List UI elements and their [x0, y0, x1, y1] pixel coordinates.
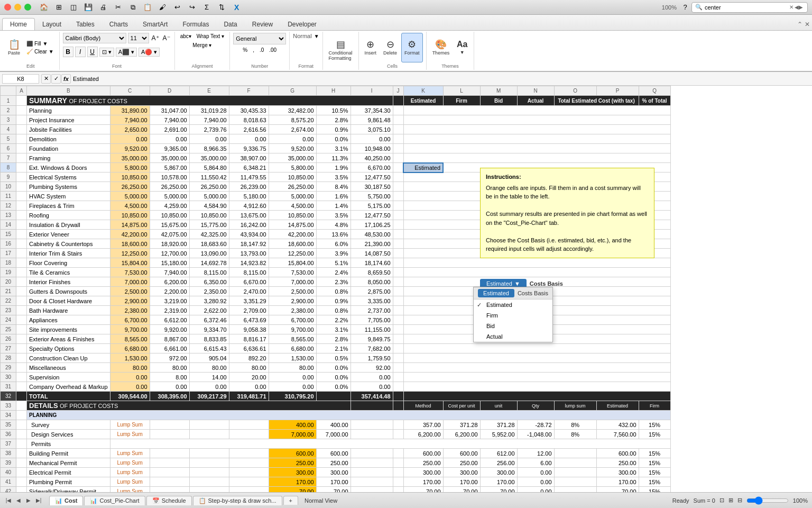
format-dropdown-arrow[interactable]: ▼ [314, 33, 319, 39]
col-D[interactable]: D [150, 86, 189, 96]
normal-view-btn[interactable]: Normal View [304, 497, 337, 504]
paste-button[interactable]: 📋 Paste [5, 33, 23, 62]
dec-increase-btn[interactable]: .00 [267, 47, 279, 53]
confirm-formula-btn[interactable]: ✓ [51, 74, 61, 84]
fill-button[interactable]: ⬛ Fill ▼ [24, 40, 56, 47]
clear-search-icon[interactable]: ✕ [789, 4, 793, 10]
view-pages-icon[interactable]: ⊟ [737, 497, 742, 504]
sort-icon[interactable]: ⇅ [215, 2, 228, 13]
format-cells-btn[interactable]: ⚙ Format [401, 33, 423, 62]
sheet-area[interactable]: A B C D E F G H I J K L M N O P Q [0, 86, 812, 492]
autosum-icon[interactable]: Σ [200, 2, 213, 13]
format-painter-icon[interactable]: 🖌 [156, 2, 169, 13]
col-F[interactable]: F [229, 86, 269, 96]
tab-layout[interactable]: Layout [35, 19, 69, 30]
themes-btn[interactable]: 🎨 Themes [430, 33, 453, 62]
dropdown-option-estimated[interactable]: Estimated [474, 300, 552, 310]
tab-formulas[interactable]: Formulas [175, 19, 216, 30]
search-input[interactable] [705, 4, 789, 11]
prev-sheet-btn[interactable]: ◀ [14, 496, 23, 505]
percent-btn[interactable]: % [241, 47, 250, 53]
col-B[interactable]: B [27, 86, 110, 96]
tab-review[interactable]: Review [245, 19, 280, 30]
grid-icon[interactable]: ⊞ [52, 2, 65, 13]
font-theme-btn[interactable]: Aa ▼ [454, 33, 470, 62]
tab-home[interactable]: Home [2, 18, 35, 30]
conditional-formatting-btn[interactable]: ▤ ConditionalFormatting [326, 33, 355, 68]
close-btn[interactable] [4, 4, 11, 11]
search-nav-right[interactable]: ▶ [799, 4, 803, 10]
redo-icon[interactable]: ↪ [186, 2, 198, 13]
maximize-btn[interactable] [24, 4, 31, 11]
font-shrink-icon[interactable]: A⁻ [162, 33, 171, 43]
cell-reference[interactable] [2, 74, 39, 84]
number-format-select[interactable]: General Number Currency Percentage [233, 33, 286, 44]
dropdown-option-firm[interactable]: Firm [474, 310, 552, 321]
cell-A1[interactable] [16, 96, 27, 106]
tab-data[interactable]: Data [216, 19, 244, 30]
col-G[interactable]: G [269, 86, 316, 96]
tab-smartart[interactable]: SmartArt [135, 19, 175, 30]
view-icon[interactable]: ◫ [67, 2, 80, 13]
wrap-text-btn[interactable]: Wrap Text ▾ [195, 33, 226, 40]
save-icon[interactable]: 💾 [82, 2, 95, 13]
tab-tables[interactable]: Tables [69, 19, 102, 30]
view-normal-icon[interactable]: ⊡ [719, 497, 724, 504]
search-nav-left[interactable]: ◀ [795, 4, 799, 10]
add-sheet-btn[interactable]: + [283, 496, 298, 505]
col-N[interactable]: N [517, 86, 554, 96]
cell-B1[interactable]: SUMMARY OF PROJECT COSTS [27, 96, 393, 106]
cell-M1[interactable]: Bid [480, 96, 517, 106]
cell-Q1[interactable]: % of Total [639, 96, 670, 106]
copy-icon[interactable]: ⧉ [126, 2, 139, 13]
cell-J1[interactable] [393, 96, 403, 106]
cancel-formula-btn[interactable]: ✕ [41, 74, 51, 84]
font-size-select[interactable]: 11 [128, 33, 149, 43]
col-Q[interactable]: Q [639, 86, 670, 96]
clear-button[interactable]: 🧹 Clear ▼ [24, 48, 56, 55]
col-C[interactable]: C [110, 86, 150, 96]
dropdown-confirm-btn[interactable]: Estimated [478, 289, 514, 297]
undo-icon[interactable]: ↩ [171, 2, 183, 13]
dec-decrease-btn[interactable]: .0 [257, 47, 266, 53]
delete-btn[interactable]: ⊖ Delete [381, 33, 400, 62]
align-left-btn[interactable]: abc▾ [178, 33, 193, 40]
last-sheet-btn[interactable]: ▶| [34, 496, 43, 505]
cell-N1[interactable]: Actual [517, 96, 554, 106]
comma-btn[interactable]: , [251, 47, 256, 53]
dropdown-option-bid[interactable]: Bid [474, 321, 552, 331]
col-E[interactable]: E [189, 86, 229, 96]
paste-icon[interactable]: 📋 [141, 2, 154, 13]
cell-O1[interactable]: Total Estimated Cost (with tax) [554, 96, 639, 106]
sheet-tab-stepbystep[interactable]: 📋 Step-by-step & draw sch... [193, 496, 282, 505]
search-box[interactable]: 🔍 ✕ ◀ ▶ [691, 2, 808, 13]
dropdown-option-actual[interactable]: Actual [474, 331, 552, 342]
font-color-button[interactable]: A🔴 ▾ [139, 48, 160, 57]
col-J[interactable]: J [393, 86, 403, 96]
sheet-tab-pie[interactable]: 📊 Cost_Pie-Chart [84, 496, 145, 505]
col-M[interactable]: M [480, 86, 517, 96]
first-sheet-btn[interactable]: |◀ [4, 496, 13, 505]
print-icon[interactable]: 🖨 [97, 2, 109, 13]
next-sheet-btn[interactable]: ▶ [24, 496, 33, 505]
tab-charts[interactable]: Charts [102, 19, 135, 30]
tab-developer[interactable]: Developer [280, 19, 324, 30]
sheet-tab-cost[interactable]: 📊 Cost [49, 496, 83, 505]
col-P[interactable]: P [596, 86, 639, 96]
help-icon[interactable]: ? [679, 2, 691, 13]
insert-function-btn[interactable]: fx [61, 74, 71, 84]
bold-button[interactable]: B [63, 47, 73, 57]
col-H[interactable]: H [316, 86, 350, 96]
minimize-btn[interactable] [14, 4, 21, 11]
col-K[interactable]: K [403, 86, 443, 96]
border-button[interactable]: ⊡ ▾ [99, 48, 114, 57]
italic-button[interactable]: I [75, 47, 86, 57]
col-L[interactable]: L [443, 86, 480, 96]
ribbon-expand-icon[interactable]: ⌃ [797, 21, 802, 28]
col-O[interactable]: O [554, 86, 596, 96]
costs-basis-dropdown[interactable]: Estimated Costs Basis Estimated Firm Bid… [473, 287, 553, 342]
fill-color-button[interactable]: A⬛ ▾ [116, 48, 137, 57]
cut-icon[interactable]: ✂ [112, 2, 124, 13]
home-icon[interactable]: 🏠 [38, 2, 50, 13]
col-I[interactable]: I [350, 86, 393, 96]
